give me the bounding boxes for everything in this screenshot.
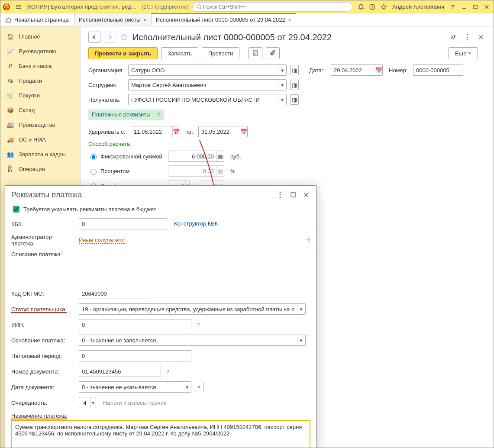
basis-input[interactable] [79, 335, 297, 345]
close-app-icon[interactable] [481, 2, 492, 12]
status-field[interactable]: ▾ [79, 303, 306, 315]
more-button[interactable]: Еще [449, 47, 478, 59]
tab-exec-sheet[interactable]: Исполнительный лист 0000-000005 от 29.04… [152, 13, 296, 26]
kbk-field[interactable] [79, 218, 167, 229]
docnum-field[interactable] [79, 366, 161, 377]
uin-field[interactable] [79, 319, 191, 330]
tab-close-icon[interactable]: × [143, 17, 147, 23]
open-ref-icon[interactable]: ◨ [290, 65, 299, 75]
calculator-icon[interactable]: ▦ [216, 166, 224, 176]
sidebar-item-production[interactable]: 🏭Производство [0, 117, 80, 132]
docdate-input[interactable] [79, 382, 183, 392]
oktmo-input[interactable] [79, 288, 147, 299]
link-icon[interactable] [449, 32, 458, 42]
payment-req-link[interactable]: Платежные реквизиты [92, 111, 151, 118]
sidebar-item-manager[interactable]: 📈Руководителю [0, 44, 80, 58]
sidebar-item-assets[interactable]: 🚚ОС и НМА [0, 132, 80, 147]
radio-percent[interactable] [90, 169, 97, 175]
star-icon[interactable] [378, 2, 389, 12]
search-box[interactable] [192, 2, 352, 12]
search-input[interactable] [202, 3, 349, 10]
help-icon[interactable]: ? [307, 237, 310, 244]
chevron-down-icon[interactable]: ▾ [278, 65, 286, 75]
percent-field[interactable]: ▦ [168, 165, 224, 177]
maximize-icon[interactable] [470, 2, 481, 12]
employee-field[interactable]: ▾ [128, 79, 287, 90]
hold-to-field[interactable]: 📅 [198, 126, 248, 137]
order-input[interactable] [79, 397, 90, 408]
oktmo-field[interactable] [79, 288, 147, 299]
chevron-down-icon[interactable]: ▾ [297, 335, 305, 345]
uin-input[interactable] [79, 319, 191, 330]
write-button[interactable]: Записать [161, 47, 198, 59]
percent-input[interactable] [168, 166, 216, 176]
help-icon[interactable]: ? [197, 322, 200, 328]
close-panel-icon[interactable] [476, 32, 486, 42]
chevron-down-icon[interactable]: ▾ [278, 94, 286, 105]
kbk-constructor-link[interactable]: Конструктор КБК [174, 220, 218, 227]
minimize-icon[interactable] [459, 2, 469, 12]
period-field[interactable] [79, 350, 191, 361]
hold-from-field[interactable]: 📅 [131, 126, 180, 137]
payee-input[interactable] [129, 94, 278, 105]
order-field[interactable]: ▾ [79, 397, 96, 408]
hold-from-input[interactable] [131, 126, 172, 137]
fixed-amount-input[interactable] [168, 151, 216, 161]
sidebar-item-warehouse[interactable]: 📦Склад [0, 103, 80, 117]
close-dialog-icon[interactable] [301, 190, 311, 200]
open-ref-icon[interactable]: ◨ [290, 80, 299, 90]
calendar-icon[interactable]: 📅 [172, 126, 180, 137]
kebab-icon[interactable] [462, 32, 472, 42]
chevron-down-icon[interactable]: ▾ [90, 397, 96, 408]
help-icon[interactable]: ? [166, 368, 169, 375]
attach-button[interactable] [266, 47, 280, 59]
home-tab[interactable]: Начальная страница [0, 13, 74, 26]
star-outline-icon[interactable] [119, 33, 128, 42]
bell-icon[interactable] [356, 2, 366, 12]
user-name[interactable]: Андрей Алексеевич [392, 3, 444, 10]
docdate-field[interactable]: ▾ [79, 381, 191, 393]
basis-field[interactable]: ▾ [79, 335, 306, 346]
sidebar-item-bank[interactable]: ₽Банк и касса [0, 58, 80, 73]
tab-close-icon[interactable]: × [288, 17, 291, 23]
report-button[interactable] [249, 47, 262, 59]
help-icon[interactable]: ? [157, 112, 160, 118]
hamburger-icon[interactable] [13, 2, 24, 12]
history-icon[interactable] [367, 2, 378, 12]
post-and-close-button[interactable]: Провести и закрыть [88, 47, 158, 59]
calculator-icon[interactable]: ▦ [216, 151, 224, 161]
maximize-icon[interactable] [288, 190, 298, 200]
purpose-textarea[interactable] [11, 421, 310, 448]
sidebar-item-purchases[interactable]: 🛒Покупки [0, 88, 80, 103]
payee-field[interactable]: ▾ [128, 94, 287, 105]
number-field[interactable] [413, 64, 463, 76]
number-input[interactable] [413, 65, 463, 75]
employee-input[interactable] [129, 80, 278, 90]
post-button[interactable]: Провести [202, 47, 240, 59]
period-input[interactable] [79, 351, 191, 361]
tab-exec-lists[interactable]: Исполнительные листы × [74, 13, 152, 26]
sidebar-item-main[interactable]: 🏠Главное [0, 29, 80, 44]
chevron-down-icon[interactable]: ▾ [183, 382, 191, 392]
chevron-down-icon[interactable]: ▾ [297, 304, 305, 314]
hold-to-input[interactable] [199, 126, 240, 137]
admin-value-link[interactable]: Иные получатели [79, 237, 125, 244]
org-field[interactable]: ▾ [128, 64, 287, 76]
budget-checkbox[interactable] [13, 206, 19, 213]
org-input[interactable] [129, 65, 278, 75]
open-ref-icon[interactable]: ◨ [290, 94, 299, 105]
calendar-icon[interactable]: 📅 [375, 65, 382, 75]
date-input[interactable] [331, 65, 375, 75]
nav-back-button[interactable] [88, 32, 100, 43]
nav-forward-button[interactable] [104, 32, 116, 43]
sidebar-item-operations[interactable]: ДтКтОперации [0, 161, 80, 176]
status-input[interactable] [79, 304, 297, 314]
kebab-icon[interactable] [275, 190, 285, 200]
date-field[interactable]: 📅 [331, 64, 383, 76]
calendar-icon[interactable]: 📅 [240, 126, 247, 137]
radio-fixed[interactable] [90, 154, 97, 160]
clear-icon[interactable]: × [195, 382, 203, 392]
fixed-amount-field[interactable]: ▦ [168, 151, 224, 162]
docnum-input[interactable] [79, 366, 161, 377]
settings-lines-icon[interactable] [448, 2, 458, 12]
